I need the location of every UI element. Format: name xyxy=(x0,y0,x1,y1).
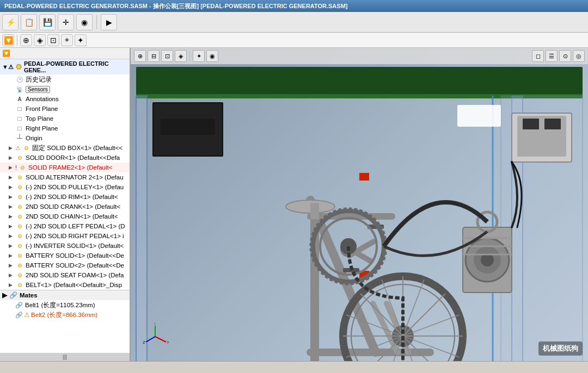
belt2-warn-icon: ⚠ xyxy=(24,311,30,319)
sec-toolbar-btn-2[interactable]: ⊕ xyxy=(20,34,32,46)
vp-btn-select[interactable]: ✦ xyxy=(193,50,205,62)
front-plane-label: Front Plane xyxy=(26,105,58,112)
scroll-indicator[interactable]: ||| xyxy=(0,353,130,361)
tree-item-belt1[interactable]: 🔗 Belt1 (长度=1105.23mm) xyxy=(0,300,130,310)
vp-btn-display[interactable]: ◻ xyxy=(532,50,544,62)
battery2-arrow: ▶ xyxy=(9,263,15,268)
tree-item-left-pedal[interactable]: ▶ ⚙ (-) 2ND SOLID LEFT PEDAL<1> (D xyxy=(0,221,130,231)
root-warn-icon: ⚠ xyxy=(8,64,14,71)
tree-item-belt[interactable]: ▶ ⚙ BELT<1> (Default<<Default>_Disp xyxy=(0,280,130,290)
solid-alternator-icon: ⚙ xyxy=(15,173,24,182)
solid-box-warn: ⚠ xyxy=(15,145,21,152)
tree-root-item[interactable]: ▼ ⚠ ⚙ PEDAL-POWERED ELECTRIC GENE... xyxy=(0,59,130,74)
sec-toolbar-btn-6[interactable]: ✦ xyxy=(75,34,87,46)
toolbar-btn-5[interactable]: ◉ xyxy=(76,14,93,30)
belt-label: BELT<1> (Default<<Default>_Disp xyxy=(26,282,122,288)
seat-foam-icon: ⚙ xyxy=(15,271,24,279)
vp-btn-rotate[interactable]: ◈ xyxy=(175,50,187,62)
tree-item-solid-door[interactable]: ▶ ⚙ SOLID DOOR<1> (Default<<Defa xyxy=(0,153,130,163)
right-pedal-icon: ⚙ xyxy=(15,232,24,240)
tree-item-2nd-chain[interactable]: ▶ ⚙ 2ND SOLID CHAIN<1> (Default< xyxy=(0,212,130,221)
2nd-rim-arrow: ▶ xyxy=(9,194,15,200)
origin-label: Origin xyxy=(26,135,42,141)
toolbar-btn-4[interactable]: ✛ xyxy=(58,14,74,30)
main-area: 🔽 ▼ ⚠ ⚙ PEDAL-POWERED ELECTRIC GENE... 🕐… xyxy=(0,48,588,361)
2nd-rim-label: (-) 2ND SOLID RIM<1> (Default< xyxy=(26,194,118,200)
sec-toolbar-btn-4[interactable]: ⊡ xyxy=(47,34,59,46)
vp-btn-zoom-in[interactable]: ⊕ xyxy=(134,50,146,62)
vp-btn-view[interactable]: ☰ xyxy=(546,50,558,62)
tree-item-top-plane[interactable]: □ Top Plane xyxy=(0,114,130,123)
belt2-label: Belt2 (长度=866.36mm) xyxy=(31,311,97,319)
2nd-pulley-label: (-) 2ND SOLID PULLEY<1> (Defau xyxy=(26,184,124,190)
sec-toolbar-btn-5[interactable]: ⌖ xyxy=(61,34,73,46)
model-view: X Y Z 机械图纸狗 xyxy=(131,64,588,361)
tree-item-belt2[interactable]: 🔗 ⚠ Belt2 (长度=866.36mm) xyxy=(0,310,130,320)
vp-btn-section[interactable]: ⊙ xyxy=(559,50,571,62)
tree-item-right-pedal[interactable]: ▶ ⚙ (-) 2ND SOLID RIGHT PEDAL<1> i xyxy=(0,231,130,241)
solid-alternator-arrow: ▶ xyxy=(9,175,15,180)
vp-btn-zoom-out[interactable]: ⊟ xyxy=(148,50,160,62)
scroll-indicator-text: ||| xyxy=(63,354,67,360)
tree-item-sensors[interactable]: 📡 Sensors xyxy=(0,84,130,94)
vp-btn-fit[interactable]: ⊡ xyxy=(161,50,173,62)
tree-header: 🔽 xyxy=(0,48,130,59)
sensors-label: Sensors xyxy=(26,86,50,93)
solid-door-icon: ⚙ xyxy=(15,153,24,162)
inverter-label: (-) INVERTER SOLID<1> (Default< xyxy=(26,243,124,249)
svg-text:X: X xyxy=(167,340,169,345)
battery1-arrow: ▶ xyxy=(9,253,15,258)
filter-icon[interactable]: 🔽 xyxy=(2,49,10,57)
toolbar-btn-1[interactable]: ⚡ xyxy=(2,14,19,30)
watermark: 机械图纸狗 xyxy=(538,341,583,356)
annotations-icon: A xyxy=(15,95,24,103)
toolbar-btn-6[interactable]: ▶ xyxy=(101,14,117,30)
vp-btn-appearance[interactable]: ◎ xyxy=(573,50,585,62)
toolbar-btn-3[interactable]: 💾 xyxy=(39,14,56,30)
solid-box-icon: ⚙ xyxy=(22,144,30,152)
tree-item-history[interactable]: 🕐 历史记录 xyxy=(0,74,130,84)
root-arrow: ▼ xyxy=(2,64,8,70)
sec-toolbar-btn-3[interactable]: ◈ xyxy=(34,34,46,46)
solid-alternator-label: SOLID ALTERNATOR 2<1> (Defau xyxy=(26,174,124,181)
mates-label: Mates xyxy=(20,292,38,299)
inverter-icon: ⚙ xyxy=(15,241,24,250)
tree-item-solid-frame2[interactable]: ▶ ! ⚙ SOLID FRAME2<1> (Default< xyxy=(0,163,130,172)
solid-box-label: 固定 SOLID BOX<1> (Default<< xyxy=(32,144,122,152)
right-plane-icon: □ xyxy=(15,124,24,133)
2nd-crank-icon: ⚙ xyxy=(15,202,24,211)
svg-point-46 xyxy=(481,253,494,266)
solid-box-arrow: ▶ xyxy=(9,145,15,151)
left-pedal-arrow: ▶ xyxy=(9,223,15,229)
tree-item-origin[interactable]: ┴ Origin xyxy=(0,133,130,143)
battery1-icon: ⚙ xyxy=(15,251,24,260)
belt2-icon: 🔗 xyxy=(15,312,23,319)
vp-btn-pan[interactable]: ◉ xyxy=(206,50,218,62)
belt1-icon: 🔗 xyxy=(15,302,23,309)
mates-header[interactable]: ▶ 🔗 Mates xyxy=(0,290,130,300)
3d-viewport[interactable]: ⊕ ⊟ ⊡ ◈ ✦ ◉ ◻ ☰ ⊙ ◎ xyxy=(131,48,588,361)
feature-tree[interactable]: ▼ ⚠ ⚙ PEDAL-POWERED ELECTRIC GENE... 🕐 历… xyxy=(0,59,130,353)
tree-item-solid-box[interactable]: ▶ ⚠ ⚙ 固定 SOLID BOX<1> (Default<< xyxy=(0,143,130,153)
tree-item-front-plane[interactable]: □ Front Plane xyxy=(0,104,130,114)
2nd-crank-label: 2ND SOLID CRANK<1> (Default< xyxy=(26,203,120,210)
tree-item-battery1[interactable]: ▶ ⚙ BATTERY SOLID<1> (Default<<De xyxy=(0,251,130,260)
toolbar-btn-2[interactable]: 📋 xyxy=(21,14,37,30)
top-plane-label: Top Plane xyxy=(26,115,53,122)
tree-item-annotations[interactable]: A Annotations xyxy=(0,94,130,104)
tree-item-inverter[interactable]: ▶ ⚙ (-) INVERTER SOLID<1> (Default< xyxy=(0,241,130,251)
title-text: PEDAL-POWERED ELECTRIC GENERATOR.SASM - … xyxy=(4,2,347,10)
history-label: 历史记录 xyxy=(26,76,52,84)
tree-item-2nd-crank[interactable]: ▶ ⚙ 2ND SOLID CRANK<1> (Default< xyxy=(0,202,130,212)
mates-arrow: ▶ xyxy=(2,291,7,299)
tree-item-2nd-pulley[interactable]: ▶ ⚙ (-) 2ND SOLID PULLEY<1> (Defau xyxy=(0,182,130,192)
sec-toolbar-btn-1[interactable]: 🔽 xyxy=(2,34,14,46)
tree-item-solid-alternator[interactable]: ▶ ⚙ SOLID ALTERNATOR 2<1> (Defau xyxy=(0,172,130,182)
tree-item-2nd-rim[interactable]: ▶ ⚙ (-) 2ND SOLID RIM<1> (Default< xyxy=(0,192,130,202)
tree-item-battery2[interactable]: ▶ ⚙ BATTERY SOLID<2> (Default<<De xyxy=(0,260,130,270)
top-plane-icon: □ xyxy=(15,114,24,123)
tree-item-right-plane[interactable]: □ Right Plane xyxy=(0,123,130,133)
feature-tree-panel: 🔽 ▼ ⚠ ⚙ PEDAL-POWERED ELECTRIC GENE... 🕐… xyxy=(0,48,131,361)
svg-rect-2 xyxy=(136,96,147,361)
tree-item-seat-foam[interactable]: ▶ ⚙ 2ND SOLID SEAT FOAM<1> (Defa xyxy=(0,270,130,280)
